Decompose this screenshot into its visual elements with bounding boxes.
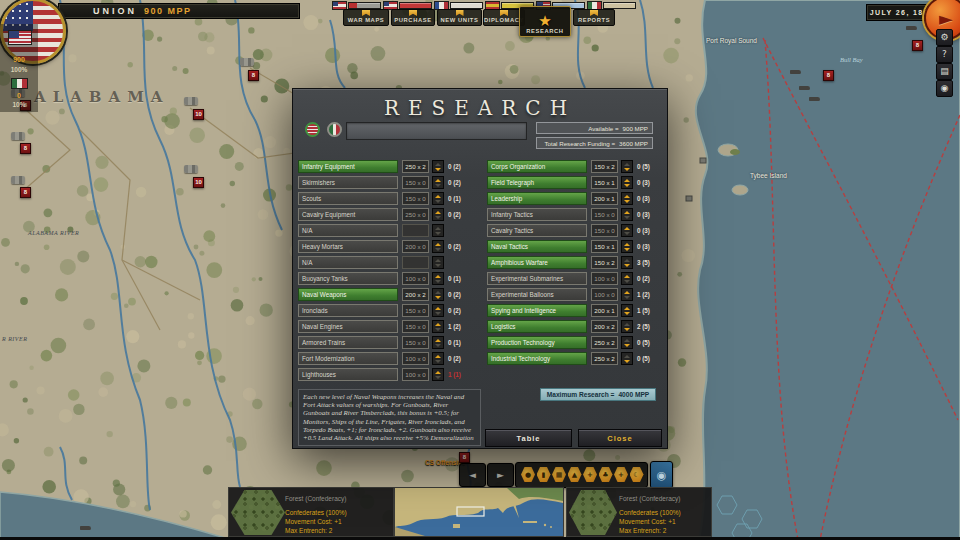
invest-spinner[interactable] (432, 160, 444, 173)
invest-spinner[interactable] (432, 256, 444, 269)
research-filter-bar[interactable] (346, 122, 527, 140)
invest-down-arrow[interactable] (624, 360, 630, 363)
mexico-faction-chip[interactable] (327, 122, 342, 137)
invest-down-arrow[interactable] (624, 184, 630, 187)
table-button[interactable]: Table (485, 429, 572, 447)
invest-down-arrow[interactable] (624, 296, 630, 299)
tech-name-label[interactable]: Logistics (487, 320, 587, 333)
tech-name-label[interactable]: Corps Organization (487, 160, 587, 173)
invest-spinner[interactable] (432, 224, 444, 237)
invest-down-arrow[interactable] (624, 168, 630, 171)
army-unit-sprite[interactable] (184, 97, 198, 105)
army-unit-sprite[interactable] (11, 176, 25, 184)
invest-up-arrow[interactable] (435, 179, 441, 182)
tech-name-label[interactable]: N/A (298, 256, 398, 269)
invest-up-arrow[interactable] (435, 211, 441, 214)
invest-up-arrow[interactable] (624, 195, 630, 198)
invest-down-arrow[interactable] (435, 344, 441, 347)
tech-name-label[interactable]: Skirmishers (298, 176, 398, 189)
invest-down-arrow[interactable] (435, 216, 441, 219)
invest-up-arrow[interactable] (624, 163, 630, 166)
hex-icon-cross[interactable]: + (583, 467, 597, 482)
hex-icon-grid[interactable]: ▦ (552, 467, 566, 482)
tech-name-label[interactable]: Cavalry Equipment (298, 208, 398, 221)
invest-down-arrow[interactable] (435, 200, 441, 203)
invest-up-arrow[interactable] (435, 307, 441, 310)
ship-icon[interactable] (80, 526, 91, 530)
tech-name-label[interactable]: Naval Engines (298, 320, 398, 333)
unit-strength-marker[interactable]: 8 (248, 70, 259, 81)
invest-up-arrow[interactable] (624, 323, 630, 326)
hex-icon-circle[interactable]: ● (521, 467, 535, 482)
army-unit-sprite[interactable] (11, 132, 25, 140)
invest-spinner[interactable] (621, 208, 633, 221)
invest-spinner[interactable] (432, 208, 444, 221)
save-icon[interactable]: ▤ (936, 63, 953, 80)
invest-spinner[interactable] (432, 192, 444, 205)
union-faction-chip[interactable] (305, 122, 320, 137)
invest-down-arrow[interactable] (624, 328, 630, 331)
invest-up-arrow[interactable] (624, 339, 630, 342)
invest-up-arrow[interactable] (435, 355, 441, 358)
tech-name-label[interactable]: Naval Tactics (487, 240, 587, 253)
invest-down-arrow[interactable] (435, 296, 441, 299)
unit-strength-marker[interactable]: 10 (193, 177, 204, 188)
invest-up-arrow[interactable] (624, 259, 630, 262)
invest-spinner[interactable] (621, 176, 633, 189)
nav-button-new-units[interactable]: NEW UNITS (437, 9, 482, 26)
tech-name-label[interactable]: Naval Weapons (298, 288, 398, 301)
tech-name-label[interactable]: Amphibious Warfare (487, 256, 587, 269)
invest-spinner[interactable] (621, 224, 633, 237)
invest-up-arrow[interactable] (624, 227, 630, 230)
invest-down-arrow[interactable] (624, 248, 630, 251)
tech-name-label[interactable]: Armored Trains (298, 336, 398, 349)
tech-name-label[interactable]: Fort Modernization (298, 352, 398, 365)
invest-down-arrow[interactable] (435, 264, 441, 267)
invest-spinner[interactable] (432, 272, 444, 285)
ship-icon[interactable] (906, 26, 917, 30)
minimap[interactable] (394, 487, 564, 537)
invest-down-arrow[interactable] (435, 248, 441, 251)
hex-icon-club[interactable]: ♣ (599, 467, 613, 482)
tech-name-label[interactable]: Lighthouses (298, 368, 398, 381)
invest-spinner[interactable] (432, 320, 444, 333)
tech-name-label[interactable]: Leadership (487, 192, 587, 205)
invest-down-arrow[interactable] (624, 232, 630, 235)
army-unit-sprite[interactable] (184, 165, 198, 173)
invest-up-arrow[interactable] (435, 243, 441, 246)
invest-up-arrow[interactable] (624, 211, 630, 214)
invest-down-arrow[interactable] (435, 168, 441, 171)
invest-up-arrow[interactable] (435, 195, 441, 198)
invest-down-arrow[interactable] (435, 360, 441, 363)
invest-up-arrow[interactable] (435, 227, 441, 230)
unit-strength-marker[interactable]: 8 (459, 452, 470, 463)
tech-name-label[interactable]: Infantry Equipment (298, 160, 398, 173)
invest-down-arrow[interactable] (435, 232, 441, 235)
invest-down-arrow[interactable] (624, 312, 630, 315)
invest-spinner[interactable] (432, 336, 444, 349)
invest-up-arrow[interactable] (624, 179, 630, 182)
unit-strength-marker[interactable]: 8 (20, 143, 31, 154)
invest-spinner[interactable] (432, 304, 444, 317)
tech-name-label[interactable]: Cavalry Tactics (487, 224, 587, 237)
ship-icon[interactable] (799, 86, 810, 90)
nav-button-reports[interactable]: REPORTS (573, 9, 615, 26)
invest-spinner[interactable] (621, 256, 633, 269)
invest-spinner[interactable] (621, 192, 633, 205)
info-mode-button[interactable]: ◉ (650, 461, 673, 489)
tech-name-label[interactable]: N/A (298, 224, 398, 237)
invest-up-arrow[interactable] (435, 291, 441, 294)
tech-name-label[interactable]: Infantry Tactics (487, 208, 587, 221)
invest-spinner[interactable] (621, 352, 633, 365)
invest-spinner[interactable] (432, 288, 444, 301)
invest-down-arrow[interactable] (624, 200, 630, 203)
nav-button-war-maps[interactable]: WAR MAPS (343, 9, 389, 26)
nav-button-research[interactable]: ★RESEARCH (519, 6, 571, 37)
tech-name-label[interactable]: Spying and Intelligence (487, 304, 587, 317)
invest-spinner[interactable] (621, 240, 633, 253)
invest-up-arrow[interactable] (435, 275, 441, 278)
tech-name-label[interactable]: Production Technology (487, 336, 587, 349)
tech-name-label[interactable]: Industrial Technology (487, 352, 587, 365)
invest-down-arrow[interactable] (624, 344, 630, 347)
invest-down-arrow[interactable] (624, 264, 630, 267)
